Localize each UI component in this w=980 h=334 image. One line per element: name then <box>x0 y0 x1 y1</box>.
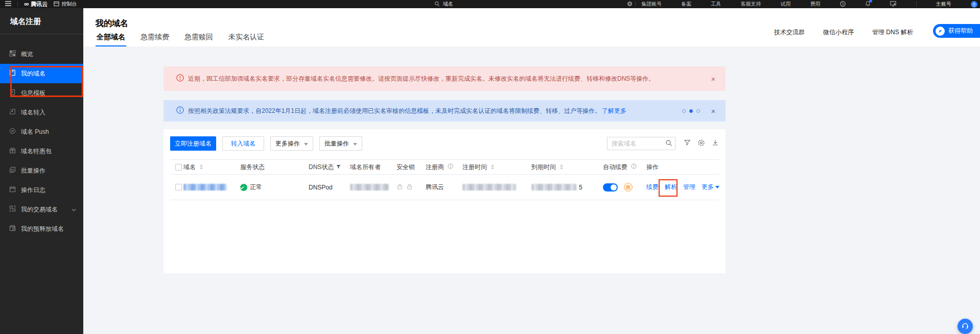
carousel-dot[interactable] <box>696 109 700 113</box>
col-domain[interactable]: 域名 <box>183 160 203 174</box>
sidebar-item-my-domains[interactable]: 我的域名 <box>0 64 83 83</box>
notifications-bell-icon[interactable] <box>865 1 871 8</box>
batch-actions-dropdown[interactable]: 批量操作 <box>319 136 362 151</box>
info-circle-icon[interactable] <box>448 163 453 171</box>
toolbar: 立即注册域名 转入域名 更多操作 批量操作 <box>170 136 719 151</box>
table-header-row: 域名 服务状态 DNS状态 域名所有者 安全锁 注册商 注册时间 到期时间 自动… <box>170 159 719 175</box>
close-icon[interactable]: × <box>709 75 717 83</box>
download-icon[interactable] <box>712 139 719 148</box>
tech-group-link[interactable]: 技术交流群 <box>774 28 805 37</box>
main-account-label[interactable]: 主账号 <box>936 1 951 8</box>
global-search[interactable]: 域名 <box>434 0 633 8</box>
more-link[interactable]: 更多 <box>702 183 719 192</box>
transfer-lock-icon[interactable] <box>406 183 413 192</box>
column-settings-gear-icon[interactable] <box>697 139 705 149</box>
topbar-tools[interactable]: 工具 <box>711 1 721 8</box>
sidebar-item-domain-package[interactable]: 域名特惠包 <box>0 141 83 161</box>
tencent-cloud-logo[interactable]: ∞ 腾讯云 <box>24 1 48 8</box>
carousel-dot-active[interactable] <box>689 109 693 113</box>
sidebar-item-batch-operations[interactable]: 批量操作 <box>0 161 83 180</box>
sort-icon[interactable] <box>200 164 203 170</box>
page-title: 我的域名 <box>96 18 128 29</box>
more-actions-dropdown[interactable]: 更多操作 <box>270 136 313 151</box>
clear-search-icon[interactable] <box>627 1 633 8</box>
help-compass-icon <box>936 27 945 36</box>
service-status: 正常 <box>240 175 262 200</box>
col-registration-time[interactable]: 注册时间 <box>462 160 494 174</box>
col-actions: 操作 <box>646 160 659 174</box>
filter-funnel-icon[interactable] <box>684 139 691 148</box>
manage-dns-link[interactable]: 管理 DNS 解析 <box>872 28 913 37</box>
domain-name-redacted[interactable] <box>183 175 227 200</box>
top-navigation-bar: ∞ 腾讯云 控制台 域名 集团账号 备案 工具 <box>0 0 980 8</box>
info-circle-icon[interactable] <box>631 163 637 171</box>
trade-squares-icon <box>9 205 16 213</box>
sidebar-item-prerelease-domains[interactable]: 我的预释放域名 <box>0 219 83 238</box>
select-all-checkbox[interactable] <box>175 160 182 174</box>
sidebar-item-overview[interactable]: 概览 <box>0 44 83 64</box>
tencent-cloud-console: ∞ 腾讯云 控制台 域名 集团账号 备案 工具 <box>0 0 980 334</box>
resolve-link[interactable]: 解析 <box>665 183 677 192</box>
search-icon[interactable] <box>665 139 672 149</box>
tab-all-domains[interactable]: 全部域名 <box>96 33 126 46</box>
realname-warning-banner: 近期，因工信部加强域名实名要求，部分存量域名实名信息需要修改。请按页面提示尽快修… <box>164 66 726 91</box>
box-clock-icon <box>9 225 16 233</box>
chevron-down-icon <box>72 206 76 213</box>
sidebar-item-operation-log[interactable]: 操作日志 <box>0 180 83 200</box>
user-avatar[interactable]: 主 <box>971 1 977 8</box>
col-service-status: 服务状态 <box>240 160 265 174</box>
col-dns-status[interactable]: DNS状态 <box>309 160 341 174</box>
chat-support-fab[interactable] <box>958 319 973 334</box>
topbar-icp[interactable]: 备案 <box>681 1 691 8</box>
row-actions: 续费 解析 管理 更多 <box>646 175 719 200</box>
expiry-suffix: 5 <box>579 184 582 191</box>
domain-search <box>607 137 675 150</box>
close-icon[interactable]: × <box>709 107 717 115</box>
tab-renew-urgent[interactable]: 急需续费 <box>139 33 170 46</box>
lock-icon[interactable] <box>396 183 403 192</box>
expiry-time-redacted: 5 <box>531 175 582 200</box>
sidebar-divider <box>0 34 83 34</box>
learn-more-link[interactable]: 了解更多 <box>602 107 626 114</box>
logo-text: 腾讯云 <box>31 1 48 8</box>
tab-not-verified[interactable]: 未实名认证 <box>227 33 265 46</box>
col-expiry-time[interactable]: 到期时间 <box>531 160 563 174</box>
grid-icon <box>9 50 16 58</box>
sort-icon[interactable] <box>560 164 563 170</box>
console-link[interactable]: 控制台 <box>54 1 77 8</box>
topbar-support[interactable]: 客服支持 <box>741 1 761 8</box>
sidebar-item-domain-push[interactable]: 域名 Push <box>0 122 83 141</box>
headset-icon <box>961 322 969 331</box>
register-domain-button[interactable]: 立即注册域名 <box>170 136 216 151</box>
transfer-in-button[interactable]: 转入域名 <box>222 136 264 151</box>
carousel-dot[interactable] <box>682 109 686 113</box>
auto-renew-cell: 惠 <box>603 175 633 200</box>
warning-text: 近期，因工信部加强域名实名要求，部分存量域名实名信息需要修改。请按页面提示尽快修… <box>188 75 709 83</box>
console-icon <box>54 1 59 8</box>
sidebar-item-trade-domains[interactable]: 我的交易域名 <box>0 200 83 219</box>
sidebar-item-domain-transfer-in[interactable]: 域名转入 <box>0 103 83 122</box>
get-help-button[interactable]: 获得帮助 <box>933 24 980 38</box>
hamburger-menu-icon[interactable] <box>5 1 11 7</box>
auto-renew-toggle-on[interactable] <box>603 183 618 192</box>
sidebar-item-info-template[interactable]: 信息模板 <box>0 83 83 103</box>
renew-link[interactable]: 续费 <box>646 183 659 192</box>
tab-redeem-urgent[interactable]: 急需赎回 <box>183 33 214 46</box>
col-auto-renew[interactable]: 自动续费 <box>603 160 637 174</box>
discount-badge[interactable]: 惠 <box>624 183 633 192</box>
manage-link[interactable]: 管理 <box>683 183 695 192</box>
filter-funnel-icon[interactable] <box>336 163 341 171</box>
col-registrar[interactable]: 注册商 <box>426 160 453 174</box>
global-search-value[interactable]: 域名 <box>443 1 453 8</box>
sidebar: 域名注册 概览 我的域名 信息模板 域名转入 域名 Push <box>0 8 83 334</box>
wechat-miniapp-link[interactable]: 微信小程序 <box>823 28 854 37</box>
row-checkbox[interactable] <box>175 175 182 200</box>
topbar-billing[interactable]: 费用 <box>810 1 821 8</box>
support-circle-icon[interactable] <box>840 1 846 8</box>
sort-icon[interactable] <box>491 164 494 170</box>
caret-down-icon <box>304 143 308 148</box>
topbar-trial[interactable]: 试用 <box>781 1 791 8</box>
page-header: 我的域名 技术交流群 微信小程序 管理 DNS 解析 获得帮助 全部域名 急需续… <box>83 8 980 46</box>
topbar-group-account[interactable]: 集团账号 <box>641 1 662 8</box>
console-settings-icon[interactable] <box>890 1 896 8</box>
